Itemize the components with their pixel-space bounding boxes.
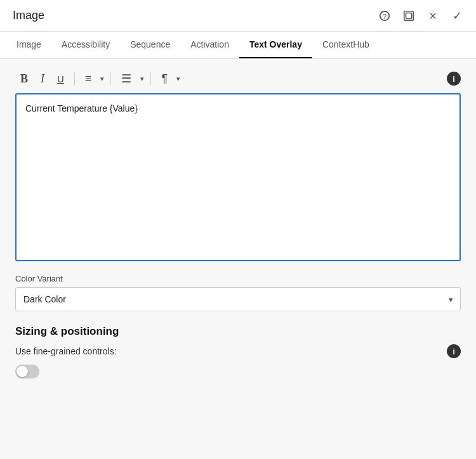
color-variant-label: Color Variant: [15, 274, 461, 283]
paragraph-button[interactable]: ¶: [156, 70, 173, 88]
confirm-icon[interactable]: ✓: [451, 10, 463, 22]
svg-text:?: ?: [383, 12, 387, 20]
toggle-knob: [17, 366, 28, 377]
dialog-body: B I U ≡ ▾ ☰ ▾ ¶ ▾ i Color Variant Dark C…: [0, 59, 476, 459]
info-icon[interactable]: i: [447, 72, 461, 86]
paragraph-chevron[interactable]: ▾: [175, 72, 182, 86]
tab-contexthub[interactable]: ContextHub: [312, 32, 380, 58]
fine-grained-label: Use fine-grained controls:: [15, 346, 117, 356]
toolbar-separator-3: [150, 72, 151, 85]
text-editor[interactable]: [15, 93, 461, 261]
align-chevron[interactable]: ▾: [99, 72, 105, 86]
dialog: Image ? × ✓ Image Acc: [0, 0, 476, 459]
list-button[interactable]: ☰: [116, 69, 136, 88]
fine-grained-info-icon[interactable]: i: [447, 344, 461, 358]
frame-icon[interactable]: [402, 10, 415, 22]
tab-text-overlay[interactable]: Text Overlay: [239, 32, 312, 58]
bold-button[interactable]: B: [15, 70, 33, 88]
toolbar: B I U ≡ ▾ ☰ ▾ ¶ ▾ i: [15, 69, 461, 88]
toolbar-separator-2: [110, 72, 111, 85]
close-icon[interactable]: ×: [426, 10, 439, 22]
header-icons: ? × ✓: [378, 10, 463, 22]
toolbar-right: i: [447, 72, 461, 86]
tab-image[interactable]: Image: [13, 32, 51, 58]
color-variant-select[interactable]: Dark Color Light Color Custom: [15, 287, 461, 311]
italic-button[interactable]: I: [36, 70, 50, 88]
color-variant-select-wrapper: Dark Color Light Color Custom ▾: [15, 287, 461, 311]
toolbar-separator-1: [74, 72, 75, 85]
svg-rect-3: [406, 13, 412, 18]
dialog-title: Image: [13, 9, 378, 22]
fine-grained-toggle[interactable]: [15, 365, 39, 378]
align-button[interactable]: ≡: [80, 70, 97, 88]
list-chevron[interactable]: ▾: [139, 72, 145, 86]
tab-activation[interactable]: Activation: [180, 32, 239, 58]
tab-sequence[interactable]: Sequence: [120, 32, 180, 58]
tab-accessibility[interactable]: Accessibility: [51, 32, 120, 58]
fine-grained-row: Use fine-grained controls: i: [15, 344, 461, 358]
underline-button[interactable]: U: [52, 71, 69, 87]
help-icon[interactable]: ?: [378, 10, 391, 22]
sizing-title: Sizing & positioning: [15, 325, 461, 338]
dialog-header: Image ? × ✓: [0, 0, 476, 32]
tabs-container: Image Accessibility Sequence Activation …: [0, 32, 476, 59]
